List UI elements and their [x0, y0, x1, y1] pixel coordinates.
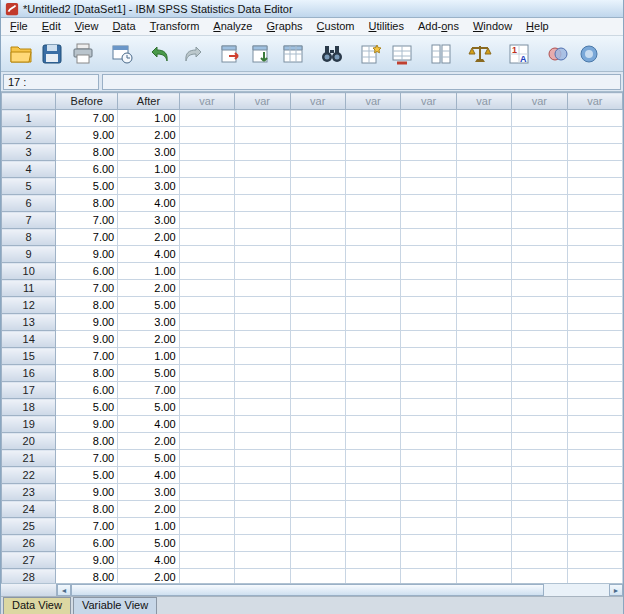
empty-cell[interactable] [456, 467, 511, 484]
insert-cases-icon[interactable] [357, 40, 384, 67]
empty-cell[interactable] [512, 195, 567, 212]
data-cell[interactable]: 6.00 [56, 263, 118, 280]
data-cell[interactable]: 2.00 [118, 127, 179, 144]
empty-cell[interactable] [401, 246, 456, 263]
value-labels-icon[interactable]: 1A [505, 40, 532, 67]
column-header-var[interactable]: var [567, 93, 622, 110]
data-cell[interactable]: 7.00 [56, 348, 118, 365]
empty-cell[interactable] [290, 535, 345, 552]
menu-data[interactable]: Data [105, 19, 142, 34]
empty-cell[interactable] [512, 365, 567, 382]
empty-cell[interactable] [512, 280, 567, 297]
data-cell[interactable]: 3.00 [118, 178, 179, 195]
row-number[interactable]: 10 [2, 263, 56, 280]
row-number[interactable]: 23 [2, 484, 56, 501]
empty-cell[interactable] [179, 195, 234, 212]
data-cell[interactable]: 7.00 [56, 212, 118, 229]
empty-cell[interactable] [512, 399, 567, 416]
empty-cell[interactable] [235, 416, 290, 433]
empty-cell[interactable] [179, 229, 234, 246]
redo-icon[interactable] [178, 40, 205, 67]
empty-cell[interactable] [345, 314, 400, 331]
empty-cell[interactable] [179, 144, 234, 161]
empty-cell[interactable] [456, 382, 511, 399]
data-cell[interactable]: 3.00 [118, 484, 179, 501]
find-icon[interactable] [318, 40, 345, 67]
data-cell[interactable]: 2.00 [118, 229, 179, 246]
row-number[interactable]: 16 [2, 365, 56, 382]
empty-cell[interactable] [567, 450, 622, 467]
empty-cell[interactable] [290, 280, 345, 297]
empty-cell[interactable] [456, 348, 511, 365]
empty-cell[interactable] [345, 399, 400, 416]
empty-cell[interactable] [345, 127, 400, 144]
empty-cell[interactable] [290, 518, 345, 535]
data-cell[interactable]: 6.00 [56, 161, 118, 178]
data-cell[interactable]: 9.00 [56, 314, 118, 331]
data-cell[interactable]: 8.00 [56, 195, 118, 212]
empty-cell[interactable] [567, 314, 622, 331]
row-number[interactable]: 26 [2, 535, 56, 552]
data-cell[interactable]: 7.00 [56, 229, 118, 246]
empty-cell[interactable] [179, 535, 234, 552]
empty-cell[interactable] [567, 484, 622, 501]
empty-cell[interactable] [290, 127, 345, 144]
empty-cell[interactable] [512, 484, 567, 501]
empty-cell[interactable] [345, 144, 400, 161]
data-cell[interactable]: 9.00 [56, 331, 118, 348]
empty-cell[interactable] [235, 263, 290, 280]
empty-cell[interactable] [512, 127, 567, 144]
empty-cell[interactable] [290, 110, 345, 127]
scroll-right-button[interactable]: ► [609, 584, 623, 596]
empty-cell[interactable] [179, 263, 234, 280]
empty-cell[interactable] [345, 535, 400, 552]
empty-cell[interactable] [235, 229, 290, 246]
empty-cell[interactable] [179, 552, 234, 569]
menu-edit[interactable]: Edit [35, 19, 68, 34]
data-cell[interactable]: 5.00 [56, 399, 118, 416]
column-header-before[interactable]: Before [56, 93, 118, 110]
empty-cell[interactable] [290, 246, 345, 263]
empty-cell[interactable] [456, 280, 511, 297]
empty-cell[interactable] [179, 331, 234, 348]
empty-cell[interactable] [512, 314, 567, 331]
empty-cell[interactable] [567, 161, 622, 178]
data-cell[interactable]: 6.00 [56, 535, 118, 552]
data-cell[interactable]: 9.00 [56, 484, 118, 501]
empty-cell[interactable] [567, 331, 622, 348]
empty-cell[interactable] [401, 399, 456, 416]
empty-cell[interactable] [401, 297, 456, 314]
empty-cell[interactable] [290, 484, 345, 501]
empty-cell[interactable] [456, 127, 511, 144]
empty-cell[interactable] [456, 518, 511, 535]
empty-cell[interactable] [345, 467, 400, 484]
empty-cell[interactable] [456, 450, 511, 467]
empty-cell[interactable] [179, 365, 234, 382]
goto-case-icon[interactable] [217, 40, 244, 67]
empty-cell[interactable] [512, 348, 567, 365]
empty-cell[interactable] [345, 518, 400, 535]
row-number[interactable]: 5 [2, 178, 56, 195]
data-cell[interactable]: 3.00 [118, 212, 179, 229]
row-number[interactable]: 17 [2, 382, 56, 399]
row-number[interactable]: 22 [2, 467, 56, 484]
empty-cell[interactable] [401, 467, 456, 484]
data-cell[interactable]: 8.00 [56, 297, 118, 314]
empty-cell[interactable] [401, 161, 456, 178]
empty-cell[interactable] [567, 569, 622, 584]
data-cell[interactable]: 4.00 [118, 552, 179, 569]
empty-cell[interactable] [401, 127, 456, 144]
empty-cell[interactable] [401, 178, 456, 195]
row-number[interactable]: 3 [2, 144, 56, 161]
data-cell[interactable]: 4.00 [118, 416, 179, 433]
data-cell[interactable]: 9.00 [56, 416, 118, 433]
empty-cell[interactable] [290, 212, 345, 229]
empty-cell[interactable] [401, 484, 456, 501]
row-number[interactable]: 18 [2, 399, 56, 416]
empty-cell[interactable] [345, 246, 400, 263]
empty-cell[interactable] [290, 569, 345, 584]
weight-cases-icon[interactable] [466, 40, 493, 67]
menu-addons[interactable]: Add-ons [411, 19, 466, 34]
empty-cell[interactable] [456, 144, 511, 161]
empty-cell[interactable] [512, 246, 567, 263]
